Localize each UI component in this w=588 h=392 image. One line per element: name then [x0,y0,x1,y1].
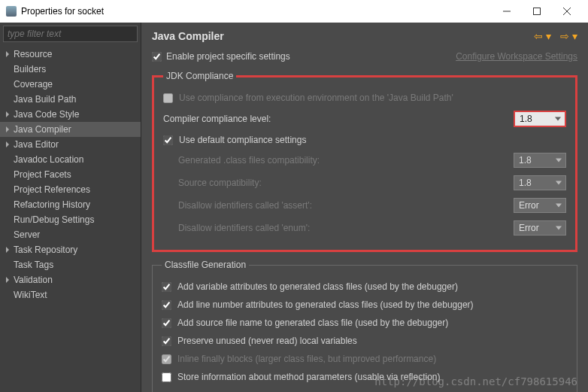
use-default-compliance-checkbox[interactable] [163,135,173,145]
disallow-assert-select: Error [514,198,566,213]
tree: ResourceBuildersCoverageJava Build PathJ… [0,45,141,392]
compliance-level-label: Compiler compliance level: [163,114,508,124]
add-variable-attrs-checkbox[interactable] [162,282,171,292]
tree-item-label: Validation [14,275,53,285]
disallow-enum-select: Error [514,220,566,236]
tree-item-refactoring-history[interactable]: Refactoring History [0,197,141,212]
tree-item-label: Java Editor [14,139,59,150]
tree-item-builders[interactable]: Builders [0,62,141,77]
jdk-compliance-group: JDK Compliance Use compliance from execu… [152,71,577,252]
chevron-right-icon[interactable] [3,245,12,254]
store-method-params-checkbox[interactable] [162,372,171,382]
svg-marker-4 [6,51,9,57]
chevron-right-icon[interactable] [3,275,12,284]
preserve-unused-checkbox[interactable] [162,336,171,346]
tree-item-coverage[interactable]: Coverage [0,77,141,92]
add-source-filename-checkbox[interactable] [162,318,171,328]
jdk-legend: JDK Compliance [163,71,236,81]
tree-item-label: Run/Debug Settings [14,214,94,225]
enable-project-specific-checkbox[interactable]: Enable project specific settings [152,51,290,62]
disallow-assert-label: Disallow identifiers called 'assert': [178,200,508,211]
window-title: Properties for socket [21,6,492,17]
svg-rect-1 [534,8,541,15]
tree-item-project-references[interactable]: Project References [0,182,141,197]
app-icon [6,6,17,17]
tree-item-java-build-path[interactable]: Java Build Path [0,92,141,107]
tree-item-label: Refactoring History [14,199,90,210]
window-titlebar: Properties for socket [0,0,588,23]
source-compat-label: Source compatibility: [178,178,508,188]
tree-item-label: Javadoc Location [14,154,83,165]
tree-item-label: Builders [14,64,46,74]
chevron-right-icon[interactable] [3,50,12,59]
tree-item-resource[interactable]: Resource [0,47,141,62]
sidebar: ResourceBuildersCoverageJava Build PathJ… [0,23,141,392]
classfile-legend: Classfile Generation [162,260,249,270]
tree-item-server[interactable]: Server [0,227,141,242]
tree-item-label: Task Repository [14,245,77,255]
classfile-generation-group: Classfile Generation Add variable attrib… [152,260,577,392]
tree-item-label: Server [14,229,40,240]
maximize-button[interactable] [522,1,552,22]
tree-item-label: Project Facets [14,169,71,180]
chevron-right-icon[interactable] [3,110,12,119]
tree-item-java-compiler[interactable]: Java Compiler [0,122,141,137]
tree-item-label: Resource [14,49,52,59]
tree-item-label: Task Tags [14,260,53,270]
svg-marker-9 [6,277,9,283]
tree-item-label: Coverage [14,79,53,90]
tree-item-javadoc-location[interactable]: Javadoc Location [0,152,141,167]
tree-item-validation[interactable]: Validation [0,272,141,287]
source-compat-select: 1.8 [514,175,566,190]
compliance-level-select[interactable]: 1.8 [514,111,566,127]
configure-workspace-link[interactable]: Configure Workspace Settings [456,51,577,62]
tree-item-task-tags[interactable]: Task Tags [0,257,141,272]
generated-class-label: Generated .class files compatibility: [178,155,508,166]
generated-class-select: 1.8 [514,153,566,168]
tree-item-label: WikiText [14,290,47,300]
forward-arrow-icon[interactable]: ⇨ ▾ [560,30,577,42]
tree-item-run-debug-settings[interactable]: Run/Debug Settings [0,212,141,227]
tree-item-label: Java Code Style [14,109,79,120]
chevron-right-icon[interactable] [3,125,12,134]
svg-marker-6 [6,126,9,132]
svg-marker-5 [6,111,9,117]
svg-marker-7 [6,141,9,147]
tree-item-wikitext[interactable]: WikiText [0,287,141,302]
close-button[interactable] [552,1,582,22]
inline-finally-checkbox [162,354,171,364]
tree-item-task-repository[interactable]: Task Repository [0,242,141,257]
tree-item-java-code-style[interactable]: Java Code Style [0,107,141,122]
tree-item-label: Java Build Path [14,94,76,105]
back-arrow-icon[interactable]: ⇦ ▾ [534,30,551,42]
tree-item-label: Project References [14,184,90,195]
svg-marker-8 [6,247,9,253]
chevron-right-icon[interactable] [3,140,12,149]
add-line-numbers-checkbox[interactable] [162,300,171,310]
minimize-button[interactable] [492,1,522,22]
page-title: Java Compiler [152,30,534,42]
tree-item-label: Java Compiler [14,124,71,135]
tree-item-java-editor[interactable]: Java Editor [0,137,141,152]
tree-item-project-facets[interactable]: Project Facets [0,167,141,182]
use-exec-env-checkbox [163,93,173,103]
disallow-enum-label: Disallow identifiers called 'enum': [178,223,508,233]
filter-input[interactable] [3,26,138,42]
